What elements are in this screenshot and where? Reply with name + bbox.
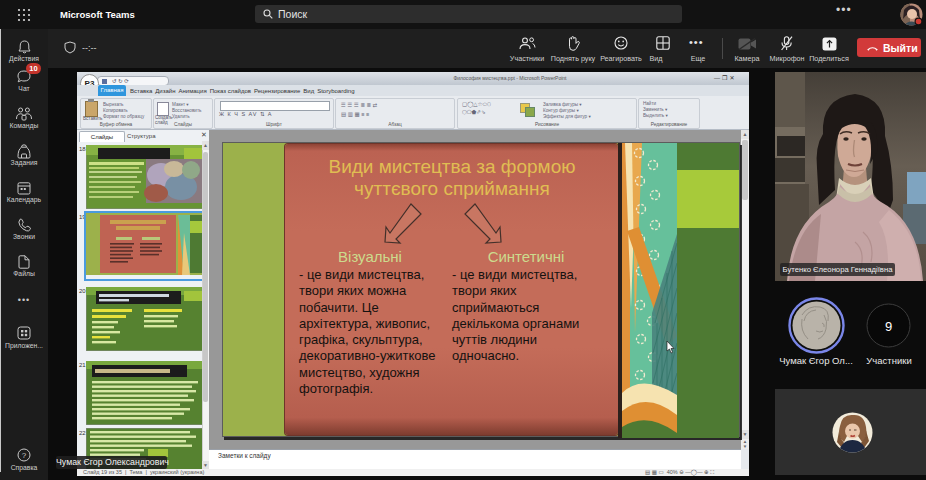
svg-text:9: 9 <box>885 319 892 334</box>
svg-text:?: ? <box>22 451 27 460</box>
